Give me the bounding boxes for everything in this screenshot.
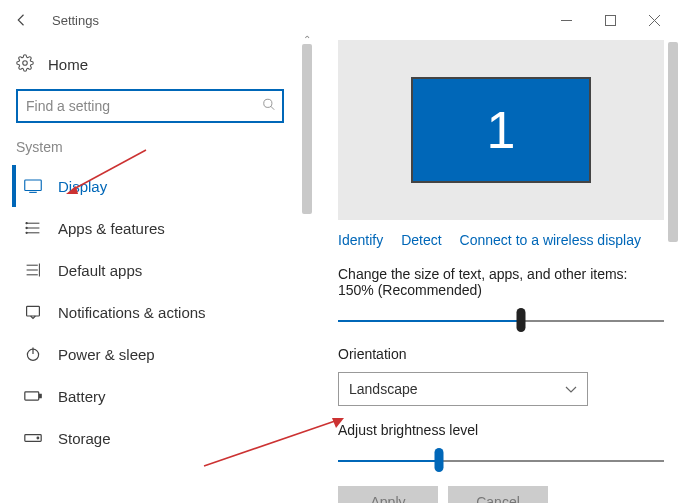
orientation-select[interactable]: Landscape [338,372,588,406]
svg-line-6 [271,106,275,110]
battery-icon [24,390,42,402]
detect-link[interactable]: Detect [401,232,441,248]
nav-label: Power & sleep [58,346,155,363]
window-title: Settings [52,13,99,28]
slider-thumb[interactable] [516,308,525,332]
sidebar-item-default-apps[interactable]: Default apps [12,249,288,291]
back-icon[interactable] [8,6,36,34]
svg-point-25 [37,437,39,439]
sidebar: Home System Display Apps & features Defa… [0,40,300,503]
svg-rect-22 [25,392,39,400]
apps-icon [24,220,42,236]
sidebar-item-display[interactable]: Display [12,165,288,207]
notifications-icon [24,304,42,320]
nav-label: Battery [58,388,106,405]
chevron-down-icon [565,381,577,397]
svg-point-13 [26,227,27,228]
cancel-button[interactable]: Cancel [448,486,548,503]
sidebar-scrollbar[interactable]: ⌃ [300,40,314,503]
nav-label: Notifications & actions [58,304,206,321]
display-preview: 1 [338,40,664,220]
scale-label: Change the size of text, apps, and other… [338,266,664,298]
display-icon [24,179,42,193]
main-panel: 1 Identify Detect Connect to a wireless … [314,40,684,503]
sidebar-item-storage[interactable]: Storage [12,417,288,459]
category-label: System [12,139,288,165]
orientation-value: Landscape [349,381,418,397]
svg-rect-7 [25,180,42,191]
minimize-button[interactable] [544,4,588,36]
scale-slider[interactable] [338,308,664,332]
titlebar: Settings [0,0,684,40]
default-apps-icon [24,262,42,278]
svg-rect-1 [605,15,615,25]
monitor-number: 1 [487,100,516,160]
search-input[interactable] [16,89,284,123]
sidebar-item-battery[interactable]: Battery [12,375,288,417]
brightness-label: Adjust brightness level [338,422,664,438]
monitor-tile[interactable]: 1 [411,77,591,183]
svg-point-5 [264,99,272,107]
svg-rect-23 [40,394,42,397]
scrollbar-thumb[interactable] [302,44,312,214]
main-scrollbar[interactable] [668,40,680,503]
search-icon [262,98,276,115]
sidebar-item-power[interactable]: Power & sleep [12,333,288,375]
orientation-label: Orientation [338,346,664,362]
identify-link[interactable]: Identify [338,232,383,248]
svg-point-4 [23,61,28,66]
nav-label: Apps & features [58,220,165,237]
maximize-button[interactable] [588,4,632,36]
svg-rect-19 [27,306,40,316]
home-button[interactable]: Home [12,48,288,89]
svg-point-12 [26,223,27,224]
nav-label: Display [58,178,107,195]
storage-icon [24,433,42,443]
power-icon [24,346,42,362]
nav-label: Storage [58,430,111,447]
sidebar-item-apps[interactable]: Apps & features [12,207,288,249]
wireless-display-link[interactable]: Connect to a wireless display [460,232,641,248]
apply-button[interactable]: Apply [338,486,438,503]
scrollbar-thumb[interactable] [668,42,678,242]
sidebar-item-notifications[interactable]: Notifications & actions [12,291,288,333]
gear-icon [16,54,34,75]
nav-label: Default apps [58,262,142,279]
brightness-slider[interactable] [338,448,664,472]
close-button[interactable] [632,4,676,36]
svg-point-14 [26,232,27,233]
slider-thumb[interactable] [435,448,444,472]
home-label: Home [48,56,88,73]
